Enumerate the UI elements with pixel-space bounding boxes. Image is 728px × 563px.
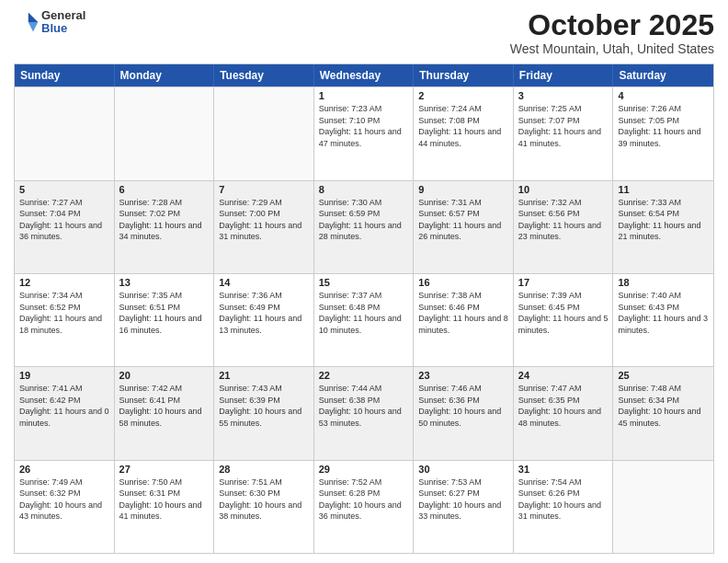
cell-info: Sunrise: 7:33 AMSunset: 6:54 PMDaylight:… <box>618 197 709 243</box>
cell-info: Sunrise: 7:34 AMSunset: 6:52 PMDaylight:… <box>19 290 109 336</box>
table-row: 23Sunrise: 7:46 AMSunset: 6:36 PMDayligh… <box>414 367 514 459</box>
table-row: 26Sunrise: 7:49 AMSunset: 6:32 PMDayligh… <box>15 461 115 553</box>
cell-info: Sunrise: 7:48 AMSunset: 6:34 PMDaylight:… <box>618 383 709 429</box>
cal-header-cell: Monday <box>115 64 215 86</box>
table-row: 27Sunrise: 7:50 AMSunset: 6:31 PMDayligh… <box>115 461 215 553</box>
cell-info: Sunrise: 7:29 AMSunset: 7:00 PMDaylight:… <box>219 197 309 243</box>
cell-info: Sunrise: 7:26 AMSunset: 7:05 PMDaylight:… <box>618 103 709 149</box>
day-number: 6 <box>119 184 210 195</box>
cal-header-cell: Friday <box>514 64 614 86</box>
table-row: 15Sunrise: 7:37 AMSunset: 6:48 PMDayligh… <box>314 274 415 366</box>
cell-info: Sunrise: 7:51 AMSunset: 6:30 PMDaylight:… <box>219 477 309 523</box>
day-number: 3 <box>518 90 609 101</box>
day-number: 1 <box>319 90 409 101</box>
table-row: 5Sunrise: 7:27 AMSunset: 7:04 PMDaylight… <box>15 181 115 273</box>
cell-info: Sunrise: 7:44 AMSunset: 6:38 PMDaylight:… <box>319 383 409 429</box>
cell-info: Sunrise: 7:42 AMSunset: 6:41 PMDaylight:… <box>119 383 210 429</box>
table-row: 28Sunrise: 7:51 AMSunset: 6:30 PMDayligh… <box>214 461 314 553</box>
table-row: 29Sunrise: 7:52 AMSunset: 6:28 PMDayligh… <box>314 461 415 553</box>
day-number: 26 <box>19 464 109 475</box>
logo-blue: Blue <box>41 22 85 35</box>
cell-info: Sunrise: 7:43 AMSunset: 6:39 PMDaylight:… <box>219 383 309 429</box>
table-row: 4Sunrise: 7:26 AMSunset: 7:05 PMDaylight… <box>613 87 713 179</box>
day-number: 31 <box>518 464 609 475</box>
day-number: 5 <box>19 184 109 195</box>
day-number: 16 <box>418 277 508 288</box>
cal-row: 5Sunrise: 7:27 AMSunset: 7:04 PMDaylight… <box>15 180 713 273</box>
title-block: October 2025 West Mountain, Utah, United… <box>510 9 714 56</box>
table-row: 10Sunrise: 7:32 AMSunset: 6:56 PMDayligh… <box>514 181 614 273</box>
table-row: 9Sunrise: 7:31 AMSunset: 6:57 PMDaylight… <box>414 181 514 273</box>
table-row: 30Sunrise: 7:53 AMSunset: 6:27 PMDayligh… <box>414 461 514 553</box>
cell-info: Sunrise: 7:46 AMSunset: 6:36 PMDaylight:… <box>418 383 508 429</box>
calendar: SundayMondayTuesdayWednesdayThursdayFrid… <box>14 63 714 554</box>
cal-header-cell: Saturday <box>613 64 713 86</box>
cell-info: Sunrise: 7:28 AMSunset: 7:02 PMDaylight:… <box>119 197 210 243</box>
cell-info: Sunrise: 7:36 AMSunset: 6:49 PMDaylight:… <box>219 290 309 336</box>
calendar-header-row: SundayMondayTuesdayWednesdayThursdayFrid… <box>15 64 713 86</box>
day-number: 28 <box>219 464 309 475</box>
table-row: 22Sunrise: 7:44 AMSunset: 6:38 PMDayligh… <box>314 367 415 459</box>
day-number: 4 <box>618 90 709 101</box>
svg-marker-1 <box>28 22 39 32</box>
cal-header-cell: Sunday <box>15 64 115 86</box>
day-number: 11 <box>618 184 709 195</box>
table-row <box>214 87 314 179</box>
page: General Blue October 2025 West Mountain,… <box>0 0 728 563</box>
cell-info: Sunrise: 7:37 AMSunset: 6:48 PMDaylight:… <box>319 290 409 336</box>
cell-info: Sunrise: 7:38 AMSunset: 6:46 PMDaylight:… <box>418 290 508 336</box>
cell-info: Sunrise: 7:30 AMSunset: 6:59 PMDaylight:… <box>319 197 409 243</box>
month-title: October 2025 <box>510 9 714 41</box>
day-number: 2 <box>418 90 508 101</box>
day-number: 20 <box>119 370 210 381</box>
table-row: 6Sunrise: 7:28 AMSunset: 7:02 PMDaylight… <box>115 181 215 273</box>
day-number: 30 <box>418 464 508 475</box>
cal-row: 1Sunrise: 7:23 AMSunset: 7:10 PMDaylight… <box>15 86 713 179</box>
cell-info: Sunrise: 7:23 AMSunset: 7:10 PMDaylight:… <box>319 103 409 149</box>
day-number: 25 <box>618 370 709 381</box>
location: West Mountain, Utah, United States <box>510 41 714 56</box>
day-number: 15 <box>319 277 409 288</box>
cal-header-cell: Tuesday <box>214 64 314 86</box>
header: General Blue October 2025 West Mountain,… <box>14 9 714 56</box>
table-row: 8Sunrise: 7:30 AMSunset: 6:59 PMDaylight… <box>314 181 415 273</box>
table-row: 2Sunrise: 7:24 AMSunset: 7:08 PMDaylight… <box>414 87 514 179</box>
cal-header-cell: Wednesday <box>314 64 415 86</box>
day-number: 17 <box>518 277 609 288</box>
table-row: 11Sunrise: 7:33 AMSunset: 6:54 PMDayligh… <box>613 181 713 273</box>
cell-info: Sunrise: 7:40 AMSunset: 6:43 PMDaylight:… <box>618 290 709 336</box>
logo-icon <box>14 9 40 35</box>
day-number: 12 <box>19 277 109 288</box>
cal-row: 26Sunrise: 7:49 AMSunset: 6:32 PMDayligh… <box>15 460 713 553</box>
logo: General Blue <box>14 9 85 36</box>
logo-text: General Blue <box>41 9 85 36</box>
day-number: 9 <box>418 184 508 195</box>
day-number: 14 <box>219 277 309 288</box>
day-number: 27 <box>119 464 210 475</box>
table-row: 17Sunrise: 7:39 AMSunset: 6:45 PMDayligh… <box>514 274 614 366</box>
cell-info: Sunrise: 7:52 AMSunset: 6:28 PMDaylight:… <box>319 477 409 523</box>
cell-info: Sunrise: 7:39 AMSunset: 6:45 PMDaylight:… <box>518 290 609 336</box>
table-row: 12Sunrise: 7:34 AMSunset: 6:52 PMDayligh… <box>15 274 115 366</box>
day-number: 18 <box>618 277 709 288</box>
cell-info: Sunrise: 7:54 AMSunset: 6:26 PMDaylight:… <box>518 477 609 523</box>
table-row: 24Sunrise: 7:47 AMSunset: 6:35 PMDayligh… <box>514 367 614 459</box>
table-row: 31Sunrise: 7:54 AMSunset: 6:26 PMDayligh… <box>514 461 614 553</box>
day-number: 22 <box>319 370 409 381</box>
table-row: 20Sunrise: 7:42 AMSunset: 6:41 PMDayligh… <box>115 367 215 459</box>
cal-row: 19Sunrise: 7:41 AMSunset: 6:42 PMDayligh… <box>15 366 713 459</box>
day-number: 29 <box>319 464 409 475</box>
table-row <box>613 461 713 553</box>
svg-marker-0 <box>28 13 39 23</box>
table-row: 25Sunrise: 7:48 AMSunset: 6:34 PMDayligh… <box>613 367 713 459</box>
table-row: 18Sunrise: 7:40 AMSunset: 6:43 PMDayligh… <box>613 274 713 366</box>
cell-info: Sunrise: 7:41 AMSunset: 6:42 PMDaylight:… <box>19 383 109 429</box>
table-row <box>15 87 115 179</box>
day-number: 7 <box>219 184 309 195</box>
table-row: 13Sunrise: 7:35 AMSunset: 6:51 PMDayligh… <box>115 274 215 366</box>
day-number: 24 <box>518 370 609 381</box>
calendar-body: 1Sunrise: 7:23 AMSunset: 7:10 PMDaylight… <box>15 86 713 553</box>
day-number: 10 <box>518 184 609 195</box>
day-number: 13 <box>119 277 210 288</box>
logo-general: General <box>41 9 85 22</box>
